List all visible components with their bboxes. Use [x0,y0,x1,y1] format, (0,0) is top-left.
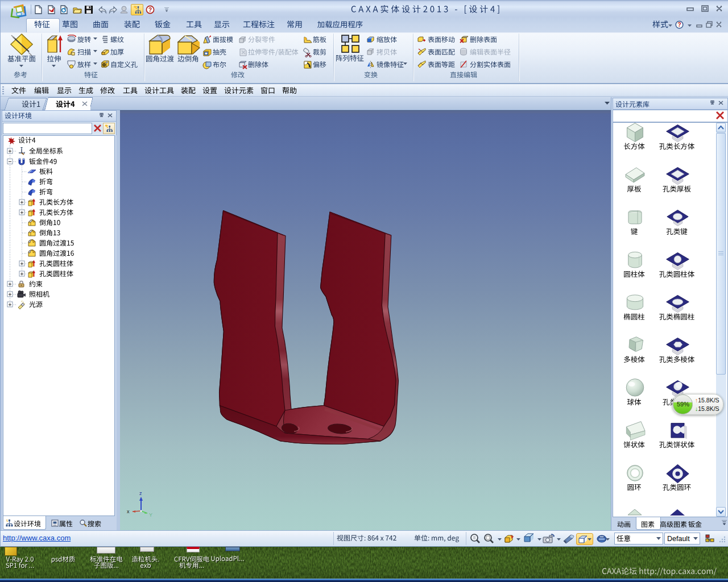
svg-text:?: ? [148,7,152,13]
svg-text:?: ? [677,22,681,28]
svg-text:z: z [139,490,142,496]
svg-text:Y: Y [149,512,152,517]
svg-text:x: x [127,509,130,514]
